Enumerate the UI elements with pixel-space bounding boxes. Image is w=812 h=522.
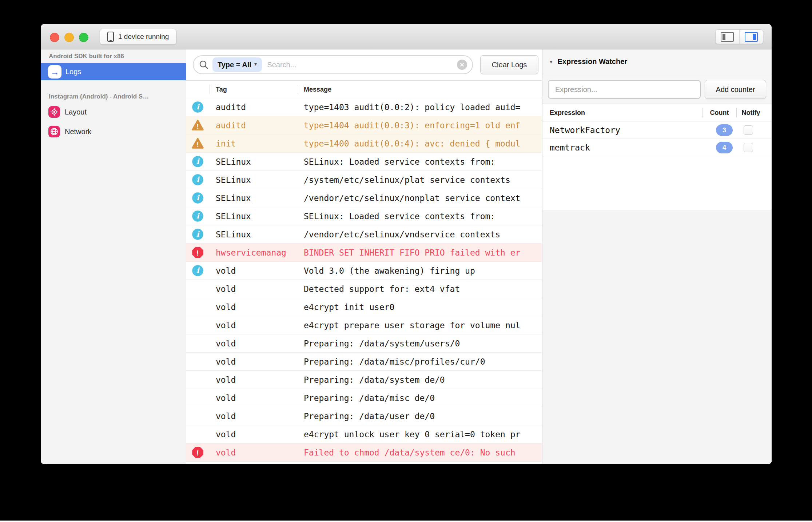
watcher-rows: NetworkFactory 3 memtrack 4 [542,121,772,156]
disclosure-triangle-icon[interactable]: ▾ [550,59,553,65]
clear-logs-button[interactable]: Clear Logs [480,55,538,74]
log-tag: vold [210,393,297,403]
log-row[interactable]: vold Detected support for: ext4 vfat [186,280,542,298]
left-panel-icon [721,32,734,42]
log-row[interactable]: vold e4crypt_init_user0 [186,298,542,316]
log-rows: i auditd type=1403 audit(0.0:2): policy … [186,98,542,464]
left-panel-toggle[interactable] [716,30,739,44]
notify-checkbox[interactable] [744,143,753,152]
device-button[interactable]: 1 device running [100,29,176,45]
minimize-button[interactable] [64,33,74,42]
log-tag: vold [210,321,297,330]
right-panel-toggle[interactable] [739,30,763,44]
log-message: Preparing: /data/user_de/0 [297,411,542,421]
log-row[interactable]: i vold Vold 3.0 (the awakening) firing u… [186,262,542,280]
log-level-cell: i [186,210,210,222]
sidebar-item-layout[interactable]: Layout [41,105,186,119]
log-message: e4crypt_unlock_user_key 0 serial=0 token… [297,430,542,439]
log-message: Failed to chmod /data/system_ce/0: No su… [297,448,542,457]
log-row[interactable]: vold Preparing: /data/misc/profiles/cur/… [186,353,542,371]
log-level-cell: i [186,174,210,186]
log-message: /system/etc/selinux/plat_service_context… [297,175,542,185]
watcher-table-header: Expression Count Notify [542,104,772,121]
log-message: Vold 3.0 (the awakening) firing up [297,266,542,276]
clear-search-icon[interactable]: ✕ [457,60,467,70]
column-header-notify: Notify [736,104,765,121]
log-table-header: Tag Message [186,81,542,98]
error-icon: ! [192,246,204,258]
zoom-button[interactable] [79,33,88,42]
info-icon: i [192,228,204,240]
notify-checkbox[interactable] [744,125,753,135]
close-button[interactable] [50,33,59,42]
count-badge: 4 [716,142,733,153]
info-icon: i [192,192,204,204]
watcher-background [542,210,772,464]
log-row[interactable]: ! auditd type=1404 audit(0.0:3): enforci… [186,116,542,134]
screen-bottom-strip [0,521,812,522]
column-header-count: Count [702,104,736,121]
log-message: Detected support for: ext4 vfat [297,284,542,294]
log-message: /vendor/etc/selinux/vndservice_contexts [297,230,542,239]
info-icon: i [192,210,204,222]
phone-icon [107,32,114,42]
log-row[interactable]: i SELinux SELinux: Loaded service_contex… [186,207,542,225]
filter-chip[interactable]: Type = All ▾ [212,57,262,72]
svg-text:!: ! [197,141,199,148]
search-input[interactable] [267,61,457,69]
log-level-cell: ! [186,246,210,258]
log-row[interactable]: ! hwservicemanag BINDER_SET_INHERIT_FIFO… [186,244,542,262]
log-row[interactable]: vold Preparing: /data/user_de/0 [186,407,542,425]
arrow-icon: → [48,65,61,79]
log-row[interactable]: ! vold Failed to chmod /data/system_ce/0… [186,443,542,462]
log-row[interactable]: ! init type=1400 audit(0.0:4): avc: deni… [186,134,542,153]
search-bar: Type = All ▾ ✕ Clear Logs [186,49,542,81]
log-row[interactable]: i SELinux SELinux: Loaded service_contex… [186,153,542,171]
sidebar-item-label: Logs [65,68,81,76]
log-row[interactable]: vold Preparing: /data/system_de/0 [186,371,542,389]
log-row[interactable]: i SELinux /vendor/etc/selinux/vndservice… [186,225,542,244]
warning-icon: ! [192,137,204,149]
sidebar-item-logs[interactable]: → Logs [41,63,186,80]
log-message: type=1400 audit(0.0:4): avc: denied { mo… [297,139,542,148]
log-row[interactable]: vold Preparing: /data/system/users/0 [186,334,542,353]
svg-text:!: ! [196,449,199,457]
log-tag: auditd [210,103,297,112]
log-message: SELinux: Loaded service_contexts from: [297,212,542,221]
sidebar-item-label: Layout [65,108,87,116]
log-tag: vold [210,411,297,421]
log-row[interactable]: i auditd type=1403 audit(0.0:2): policy … [186,98,542,116]
log-message: Preparing: /data/system/users/0 [297,339,542,348]
app-section-header: Instagram (Android) - Android S… [41,89,186,105]
sidebar-item-network[interactable]: Network [41,124,186,139]
watcher-expression: memtrack [550,139,590,156]
log-row[interactable]: vold Preparing: /data/misc_de/0 [186,389,542,407]
watcher-row: NetworkFactory 3 [542,121,772,139]
log-tag: hwservicemanag [210,248,297,257]
log-tag: SELinux [210,157,297,166]
log-row[interactable]: vold e4crypt_prepare_user_storage for vo… [186,316,542,334]
log-row[interactable]: vold e4crypt_unlock_user_key 0 serial=0 … [186,425,542,443]
search-icon [199,60,209,70]
log-tag: vold [210,430,297,439]
add-counter-button[interactable]: Add counter [705,80,766,99]
log-message: /vendor/etc/selinux/nonplat_service_cont… [297,193,542,203]
log-tag: vold [210,284,297,294]
info-icon: i [192,174,204,186]
column-header-message[interactable]: Message [304,81,331,98]
log-level-cell: i [186,228,210,240]
watcher-expression: NetworkFactory [550,121,620,139]
column-header-tag[interactable]: Tag [216,81,227,98]
watcher-input-row: Add counter [542,74,772,104]
expression-input[interactable] [548,80,701,99]
chevron-down-icon: ▾ [254,61,257,67]
log-row[interactable]: i SELinux /vendor/etc/selinux/nonplat_se… [186,189,542,207]
globe-icon [48,126,60,137]
log-tag: auditd [210,121,297,130]
log-tag: SELinux [210,175,297,185]
log-tag: vold [210,375,297,385]
log-tag: vold [210,448,297,457]
log-tag: vold [210,302,297,312]
log-row[interactable]: i SELinux /system/etc/selinux/plat_servi… [186,171,542,189]
log-panel: Type = All ▾ ✕ Clear Logs Tag Message i … [186,49,542,464]
